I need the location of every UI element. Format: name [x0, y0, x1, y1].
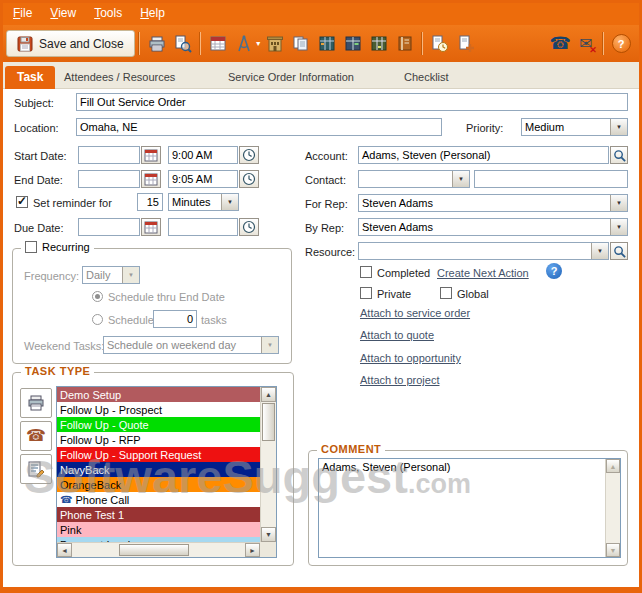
menu-file[interactable]: File — [4, 3, 41, 23]
weekend-tasks-select[interactable]: Schedule on weekend day — [103, 336, 279, 354]
schedule-thru-end-date-radio[interactable] — [92, 291, 103, 302]
reminder-unit-value: Minutes — [172, 196, 211, 208]
compass-dropdown-caret[interactable]: ▼ — [255, 40, 262, 47]
scroll-right-icon[interactable]: ► — [245, 543, 260, 557]
menu-help[interactable]: Help — [131, 3, 174, 23]
task-type-item[interactable]: ☎ Follow Up - Prospect — [57, 402, 260, 417]
start-date-calendar-button[interactable] — [141, 146, 161, 164]
menu-tools[interactable]: Tools — [85, 3, 131, 23]
tab-checklist[interactable]: Checklist — [404, 71, 449, 83]
task-type-item[interactable]: ☎ Pink — [57, 522, 260, 537]
phone-icon[interactable]: ☎ — [547, 31, 573, 57]
task-type-item[interactable]: ☎ Follow Up - Support Request — [57, 447, 260, 462]
subject-input[interactable]: Fill Out Service Order — [76, 93, 628, 111]
end-date-calendar-button[interactable] — [141, 170, 161, 188]
comment-textarea[interactable]: Adams, Steven (Personal) ▲ ▼ — [318, 458, 621, 558]
end-time-value: 9:05 AM — [172, 173, 212, 185]
resource-lookup-button[interactable] — [610, 242, 628, 260]
priority-select[interactable]: Medium — [521, 118, 628, 136]
task-type-item[interactable]: ☎ Follow Up - Quote — [57, 417, 260, 432]
account-lookup-button[interactable] — [610, 146, 628, 164]
journal-grid-icon[interactable] — [340, 31, 366, 57]
building-icon[interactable] — [262, 31, 288, 57]
contact-select[interactable] — [358, 170, 470, 188]
due-time-input[interactable] — [168, 218, 238, 236]
by-rep-select[interactable]: Steven Adams — [358, 218, 628, 236]
due-date-input[interactable] — [78, 218, 140, 236]
scroll-down-icon[interactable]: ▼ — [606, 543, 620, 557]
notebook-icon[interactable] — [392, 31, 418, 57]
reminder-minutes-input[interactable]: 15 — [137, 193, 163, 211]
weekend-tasks-value: Schedule on weekend day — [107, 339, 236, 351]
end-time-input[interactable]: 9:05 AM — [168, 170, 238, 188]
help-icon-blue[interactable]: ? — [546, 263, 562, 279]
create-next-action-link[interactable]: Create Next Action — [437, 267, 529, 279]
contact-text-input[interactable] — [474, 170, 628, 188]
new-document-icon[interactable] — [453, 31, 479, 57]
mail-remove-icon[interactable]: ✉✕ — [573, 31, 599, 57]
task-edit-list-button[interactable] — [20, 454, 52, 484]
end-time-clock-button[interactable] — [239, 170, 259, 188]
private-checkbox[interactable] — [360, 287, 372, 299]
task-type-item[interactable]: ☎ NavyBack — [57, 462, 260, 477]
compass-icon[interactable] — [231, 31, 257, 57]
menu-view[interactable]: View — [41, 3, 85, 23]
for-rep-select[interactable]: Steven Adams — [358, 194, 628, 212]
planner-grid-icon[interactable] — [314, 31, 340, 57]
scroll-left-icon[interactable]: ◄ — [57, 543, 72, 557]
task-type-item[interactable]: ☎ Follow Up - RFP — [57, 432, 260, 447]
global-label: Global — [457, 288, 489, 300]
task-type-item[interactable]: ☎ OrangeBack — [57, 477, 260, 492]
attach-to-opportunity-link[interactable]: Attach to opportunity — [360, 352, 461, 364]
vertical-scroll-thumb[interactable] — [262, 403, 275, 441]
account-input[interactable]: Adams, Steven (Personal) — [358, 146, 609, 164]
task-type-item[interactable]: ☎ Demo Setup — [57, 387, 260, 402]
task-type-vertical-scrollbar[interactable]: ▲ ▼ — [260, 387, 276, 542]
task-window: File View Tools Help Save and Close ▼ ☎ … — [0, 0, 642, 593]
scroll-up-icon[interactable]: ▲ — [261, 387, 276, 402]
attach-to-quote-link[interactable]: Attach to quote — [360, 329, 434, 341]
task-type-item[interactable]: ☎ Phone Test 1 — [57, 507, 260, 522]
attach-to-project-link[interactable]: Attach to project — [360, 374, 440, 386]
print-preview-icon[interactable] — [170, 31, 196, 57]
schedule-tasks-radio[interactable] — [92, 314, 103, 325]
schedule-label: Schedule — [108, 314, 154, 326]
save-and-close-label: Save and Close — [39, 37, 124, 51]
menu-bar: File View Tools Help — [0, 0, 642, 25]
attach-to-service-order-link[interactable]: Attach to service order — [360, 307, 470, 319]
tab-task[interactable]: Task — [5, 66, 55, 89]
reminder-unit-select[interactable]: Minutes — [168, 193, 239, 211]
clock-document-icon[interactable] — [427, 31, 453, 57]
tab-attendees-resources[interactable]: Attendees / Resources — [64, 71, 175, 83]
documents-icon[interactable] — [288, 31, 314, 57]
comment-scrollbar[interactable]: ▲ ▼ — [605, 459, 620, 557]
scroll-down-icon[interactable]: ▼ — [261, 527, 276, 542]
frequency-select[interactable]: Daily — [82, 266, 140, 284]
start-time-clock-button[interactable] — [239, 146, 259, 164]
save-and-close-button[interactable]: Save and Close — [6, 30, 135, 57]
scroll-up-icon[interactable]: ▲ — [606, 459, 620, 473]
resource-select[interactable] — [358, 242, 609, 260]
help-icon[interactable]: ? — [608, 31, 634, 57]
recurring-checkbox[interactable] — [25, 241, 37, 253]
ledger-grid-icon[interactable] — [366, 31, 392, 57]
end-date-input[interactable] — [78, 170, 140, 188]
task-phone-button[interactable]: ☎ — [20, 421, 52, 451]
task-type-item[interactable]: ☎ Phone Call — [57, 492, 260, 507]
calendar-icon[interactable] — [205, 31, 231, 57]
due-time-clock-button[interactable] — [239, 218, 259, 236]
horizontal-scroll-thumb[interactable] — [119, 544, 189, 556]
start-date-input[interactable] — [78, 146, 140, 164]
location-input[interactable]: Omaha, NE — [76, 118, 442, 136]
task-type-horizontal-scrollbar[interactable]: ◄ ► — [57, 542, 260, 557]
start-time-input[interactable]: 9:00 AM — [168, 146, 238, 164]
by-rep-value: Steven Adams — [362, 221, 433, 233]
print-icon[interactable] — [144, 31, 170, 57]
due-date-calendar-button[interactable] — [141, 218, 161, 236]
schedule-tasks-input[interactable]: 0 — [153, 310, 197, 328]
task-print-button[interactable] — [20, 388, 52, 418]
global-checkbox[interactable] — [440, 287, 452, 299]
tab-service-order-information[interactable]: Service Order Information — [228, 71, 354, 83]
completed-checkbox[interactable] — [360, 266, 372, 278]
reminder-checkbox[interactable] — [16, 196, 28, 208]
